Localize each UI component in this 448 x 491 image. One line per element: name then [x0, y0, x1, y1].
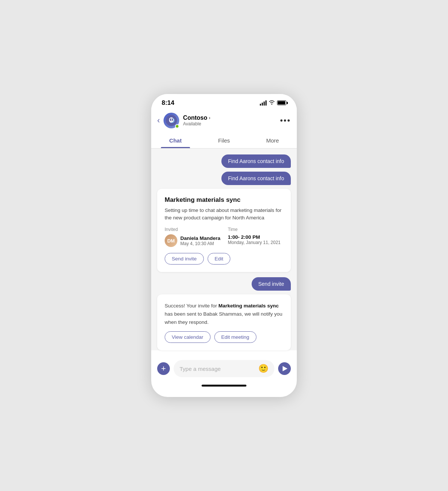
add-button[interactable]: + — [157, 362, 170, 375]
tab-more[interactable]: More — [248, 133, 297, 148]
bubble-row-1: Find Aarons contact info — [157, 154, 291, 168]
header-status: Available — [183, 121, 280, 126]
send-invite-bubble: Send invite — [252, 277, 291, 291]
name-chevron-icon: › — [209, 115, 210, 121]
bubble-find-aarons-2: Find Aarons contact info — [221, 172, 291, 185]
home-indicator — [202, 385, 246, 387]
time-label: Time — [228, 227, 280, 232]
send-invite-button[interactable]: Send invite — [165, 253, 204, 265]
avatar-wrap — [164, 113, 179, 128]
bubble-row-2: Find Aarons contact info — [157, 172, 291, 185]
wifi-icon — [269, 100, 275, 106]
invitee-info: Daniela Mandera May 4, 10:30 AM — [180, 235, 220, 246]
emoji-button[interactable]: 🙂 — [258, 364, 268, 373]
time-info: 1:00- 2:00 PM Monday, January 11, 2021 — [228, 234, 280, 245]
meeting-card: Marketing materials sync Setting up time… — [157, 189, 291, 272]
chat-area: Find Aarons contact info Find Aarons con… — [151, 148, 297, 350]
card-details: Invited DM Daniela Mandera May 4, 10:30 … — [165, 227, 283, 247]
message-input-area[interactable]: Type a message 🙂 — [174, 360, 274, 377]
success-actions: View calendar Edit meeting — [165, 331, 283, 343]
tab-files[interactable]: Files — [200, 133, 248, 148]
phone-frame: 8:14 ‹ — [151, 94, 297, 397]
more-options-button[interactable]: ••• — [280, 116, 291, 125]
edit-meeting-button[interactable]: Edit meeting — [214, 331, 256, 343]
bubble-find-aarons-1: Find Aarons contact info — [221, 154, 291, 168]
header-name: Contoso › — [183, 115, 280, 121]
status-icons — [260, 100, 286, 106]
message-placeholder: Type a message — [180, 366, 221, 372]
time-date: Monday, January 11, 2021 — [228, 240, 280, 245]
send-icon — [283, 366, 287, 371]
time-col: Time 1:00- 2:00 PM Monday, January 11, 2… — [228, 227, 280, 247]
view-calendar-button[interactable]: View calendar — [165, 331, 211, 343]
success-card: Success! Your invite for Marketing mater… — [157, 294, 291, 350]
tab-chat[interactable]: Chat — [151, 133, 200, 148]
back-button[interactable]: ‹ — [157, 116, 160, 125]
meeting-title: Marketing materials sync — [165, 196, 283, 204]
invited-label: Invited — [165, 227, 220, 232]
send-button[interactable] — [278, 362, 291, 375]
signal-bars-icon — [260, 100, 267, 106]
success-text: Success! Your invite for Marketing mater… — [165, 302, 283, 326]
status-time: 8:14 — [162, 99, 174, 107]
invitee-name: Daniela Mandera — [180, 235, 220, 241]
card-actions: Send invite Edit — [165, 253, 283, 265]
status-bar: 8:14 — [151, 94, 297, 110]
input-bar: + Type a message 🙂 — [151, 356, 297, 380]
edit-button[interactable]: Edit — [208, 253, 230, 265]
invitee-avatar: DM — [165, 234, 177, 247]
time-main: 1:00- 2:00 PM — [228, 234, 280, 240]
status-dot — [175, 124, 179, 128]
send-invite-bubble-row: Send invite — [157, 277, 291, 291]
header-info: Contoso › Available — [183, 115, 280, 126]
meeting-description: Setting up time to chat about marketing … — [165, 207, 283, 222]
header: ‹ — [151, 110, 297, 133]
battery-icon — [277, 100, 286, 105]
invitee-date: May 4, 10:30 AM — [180, 241, 220, 246]
invited-col: Invited DM Daniela Mandera May 4, 10:30 … — [165, 227, 220, 247]
invitee-row: DM Daniela Mandera May 4, 10:30 AM — [165, 234, 220, 247]
tabs: Chat Files More — [151, 133, 297, 148]
